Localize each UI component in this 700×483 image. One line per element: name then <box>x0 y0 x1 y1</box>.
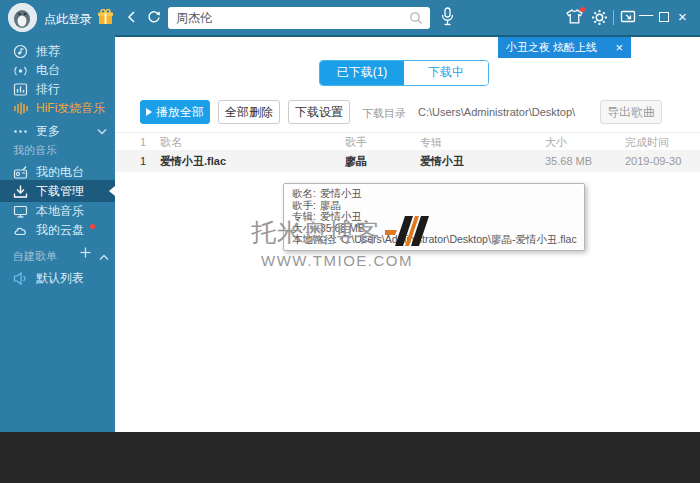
sidebar-item-label: 电台 <box>36 62 60 79</box>
header-time: 完成时间 <box>625 133 669 151</box>
collapse-playlists-icon[interactable] <box>99 250 109 264</box>
row-artist: 廖晶 <box>345 150 367 172</box>
sidebar: 推荐 电台 排行 HiFi发烧音乐 更多 <box>0 35 115 432</box>
delete-all-button[interactable]: 全部删除 <box>218 100 280 124</box>
close-button[interactable]: × <box>678 8 687 25</box>
header-size: 大小 <box>545 133 567 151</box>
add-playlist-icon[interactable] <box>80 247 91 261</box>
row-index: 1 <box>140 150 146 172</box>
radio-icon <box>13 63 28 78</box>
row-album: 爱情小丑 <box>420 150 464 172</box>
watermark-logo <box>385 216 429 246</box>
maximize-button[interactable] <box>659 12 669 22</box>
sidebar-section-playlists: 自建歌单 <box>13 249 108 264</box>
sidebar-item-local-music[interactable]: 本地音乐 <box>0 201 115 221</box>
tooltip-artist-label: 歌手: <box>292 199 316 211</box>
notification-text: 小丑之夜 炫酷上线 <box>506 40 607 55</box>
tab-downloading[interactable]: 下载中 <box>404 61 488 85</box>
back-icon[interactable] <box>126 10 138 27</box>
row-time: 2019-09-30 <box>625 150 681 172</box>
tooltip-name-label: 歌名: <box>292 187 316 199</box>
disc-icon <box>13 44 28 59</box>
login-link[interactable]: 点此登录 <box>44 11 92 28</box>
sidebar-item-label: 更多 <box>36 123 60 140</box>
sidebar-item-label: HiFi发烧音乐 <box>36 100 105 117</box>
header-album: 专辑 <box>420 133 442 151</box>
notification-close-icon[interactable]: × <box>615 40 623 55</box>
tab-downloaded[interactable]: 已下载(1) <box>320 61 404 85</box>
sidebar-item-my-radio[interactable]: 我的电台 <box>0 162 115 182</box>
gift-icon[interactable] <box>97 9 114 28</box>
sidebar-item-ranking[interactable]: 排行 <box>0 79 115 99</box>
download-settings-button[interactable]: 下载设置 <box>288 100 350 124</box>
table-row[interactable]: 1 爱情小丑.flac 廖晶 爱情小丑 35.68 MB 2019-09-30 <box>115 150 700 172</box>
sidebar-item-label: 推荐 <box>36 43 60 60</box>
header-index: 1 <box>140 133 146 151</box>
table-header: 1 歌名 歌手 专辑 大小 完成时间 <box>115 132 700 150</box>
cloud-icon <box>13 223 28 238</box>
watermark-title: 托米奥博客 <box>251 216 381 249</box>
tooltip-artist: 廖晶 <box>320 199 341 211</box>
player-bar: 醉花间 - 少年霜 02:15 / 03:52 高品 音效 HiFi <box>0 432 700 483</box>
search-icon[interactable] <box>409 11 423 28</box>
sidebar-item-label: 我的云盘 <box>36 222 84 239</box>
titlebar: 点此登录 <box>0 0 700 35</box>
avatar[interactable] <box>8 3 37 32</box>
gear-icon[interactable] <box>591 9 608 29</box>
chevron-down-icon[interactable] <box>97 124 107 138</box>
row-size: 35.68 MB <box>545 150 592 172</box>
sidebar-section-my-music: 我的音乐 <box>13 143 108 158</box>
sidebar-item-label: 我的电台 <box>36 164 84 181</box>
play-icon <box>146 108 152 116</box>
row-name: 爱情小丑.flac <box>160 150 226 172</box>
download-icon <box>13 184 28 199</box>
sidebar-item-label: 本地音乐 <box>36 203 84 220</box>
sidebar-item-hifi[interactable]: HiFi发烧音乐 <box>0 98 115 118</box>
download-dir-label: 下载目录 <box>362 106 406 121</box>
minimize-button[interactable]: — <box>639 6 653 22</box>
download-manager-page: 小丑之夜 炫酷上线 × 已下载(1) 下载中 播放全部 全部删除 下载设置 下载… <box>115 35 700 432</box>
sidebar-item-cloud-drive[interactable]: 我的云盘 <box>0 220 115 240</box>
sidebar-item-label: 下载管理 <box>36 183 84 200</box>
cloud-drive-badge <box>90 224 95 229</box>
titlebar-divider <box>613 10 614 25</box>
microphone-icon[interactable] <box>440 7 455 30</box>
header-artist: 歌手 <box>345 133 367 151</box>
play-all-button[interactable]: 播放全部 <box>140 100 210 124</box>
download-tabs: 已下载(1) 下载中 <box>319 60 489 86</box>
refresh-icon[interactable] <box>147 10 161 27</box>
active-item-notch <box>109 186 115 196</box>
download-dir-path: C:\Users\Administrator\Desktop\ <box>418 106 575 118</box>
sidebar-item-recommend[interactable]: 推荐 <box>0 41 115 61</box>
equalizer-icon <box>13 101 28 116</box>
my-radio-icon <box>13 165 28 180</box>
watermark: 托米奥博客 WWW.TMIOE.COM <box>251 216 429 269</box>
more-dots-icon <box>13 124 28 139</box>
search-box <box>168 7 430 29</box>
header-name: 歌名 <box>160 133 182 151</box>
skin-icon[interactable] <box>566 9 583 28</box>
speaker-icon <box>13 271 28 286</box>
notification-banner[interactable]: 小丑之夜 炫酷上线 × <box>498 37 631 58</box>
sidebar-item-default-playlist[interactable]: 默认列表 <box>0 268 115 288</box>
skin-badge <box>580 7 585 12</box>
search-input[interactable] <box>176 8 401 28</box>
sidebar-item-radio[interactable]: 电台 <box>0 60 115 80</box>
sidebar-item-label: 排行 <box>36 81 60 98</box>
monitor-icon <box>13 204 28 219</box>
sidebar-item-download-manager[interactable]: 下载管理 <box>0 180 115 202</box>
bar-chart-icon <box>13 82 28 97</box>
watermark-url: WWW.TMIOE.COM <box>261 252 429 269</box>
avatar-image <box>8 3 37 32</box>
sidebar-item-more[interactable]: 更多 <box>0 121 115 141</box>
mini-player-icon[interactable] <box>620 9 636 27</box>
export-songs-button[interactable]: 导出歌曲 <box>600 100 662 124</box>
tooltip-name: 爱情小丑 <box>320 187 362 199</box>
sidebar-item-label: 默认列表 <box>36 270 84 287</box>
